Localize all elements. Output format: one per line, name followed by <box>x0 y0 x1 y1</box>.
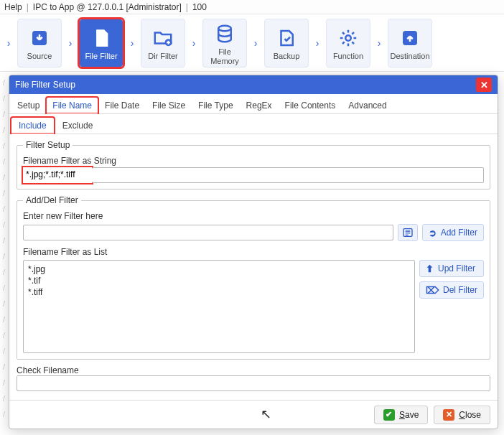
svg-point-2 <box>218 26 231 32</box>
new-filter-input[interactable] <box>23 225 393 240</box>
toolbar-label: Function <box>333 52 363 60</box>
toolbar-backup[interactable]: Backup <box>264 19 309 67</box>
dialog-content: Filter Setup Filename Filter as String A… <box>9 134 498 400</box>
subtabs: Include Exclude <box>9 114 498 134</box>
filter-setup-group: Filter Setup Filename Filter as String <box>17 140 490 190</box>
dialog-title: File Filter Setup <box>15 80 75 90</box>
browse-filter-button[interactable] <box>398 224 418 241</box>
string-label: Filename Filter as String <box>23 156 484 166</box>
list-item[interactable]: *.tiff <box>28 286 410 298</box>
dialog-footer: ↖ ✔ Save ✕ Close <box>9 400 498 429</box>
upd-filter-button[interactable]: ⬆ Upd Filter <box>419 260 484 277</box>
tabs-main: Setup File Name File Date File Size File… <box>9 94 498 114</box>
check-icon: ✔ <box>383 409 395 421</box>
check-filename-label: Check Filename <box>17 365 490 375</box>
upd-filter-label: Upd Filter <box>438 263 475 273</box>
filter-setup-legend: Filter Setup <box>23 140 73 150</box>
arrow-up-icon: ⬆ <box>426 263 434 274</box>
separator: | <box>27 2 29 12</box>
tab-file-size[interactable]: File Size <box>146 97 192 113</box>
close-icon[interactable]: ✕ <box>476 78 492 92</box>
del-filter-label: Del Filter <box>443 285 477 295</box>
cursor-icon: ↖ <box>261 406 271 422</box>
chevron-right-icon: › <box>65 25 76 61</box>
file-filter-icon <box>90 27 112 49</box>
toolbar-label: File Filter <box>85 52 117 60</box>
workflow-toolbar: › Source › File Filter › Dir Filter › Fi… <box>0 14 504 72</box>
menu-help[interactable]: Help <box>4 2 22 12</box>
list-item[interactable]: *.jpg <box>28 263 410 275</box>
toolbar-label: Destination <box>390 52 429 60</box>
toolbar-dir-filter[interactable]: Dir Filter <box>141 19 185 67</box>
list-label: Filename Filter as List <box>23 247 484 257</box>
toolbar-destination[interactable]: Destination <box>388 19 432 67</box>
gear-icon <box>337 27 359 49</box>
tab-file-type[interactable]: File Type <box>192 97 239 113</box>
toolbar-label: Backup <box>274 52 300 60</box>
tab-setup[interactable]: Setup <box>11 97 46 113</box>
toolbar-source[interactable]: Source <box>17 19 62 67</box>
folder-plus-icon <box>152 27 174 49</box>
new-filter-label: Enter new Filter here <box>23 211 484 221</box>
add-del-legend: Add/Del Filter <box>23 195 81 205</box>
tab-file-contents[interactable]: File Contents <box>279 97 342 113</box>
download-icon <box>29 27 50 49</box>
menubar: Help | IPC to App @ 127.0.0.1 [Administr… <box>0 0 504 14</box>
toolbar-label: File Memory <box>203 47 246 65</box>
chevron-right-icon: › <box>250 25 261 61</box>
chevron-right-icon: › <box>312 25 323 61</box>
svg-point-3 <box>345 36 351 42</box>
delete-icon: ⌦ <box>426 285 439 296</box>
menu-count: 100 <box>192 2 207 12</box>
arrow-in-icon: ➲ <box>429 228 437 238</box>
subtab-include[interactable]: Include <box>11 117 55 134</box>
add-del-group: Add/Del Filter Enter new Filter here ➲ A… <box>17 195 490 360</box>
tab-file-name[interactable]: File Name <box>46 97 98 113</box>
list-item[interactable]: *.tif <box>28 275 410 286</box>
tab-regex[interactable]: RegEx <box>240 97 279 113</box>
toolbar-function[interactable]: Function <box>326 19 370 67</box>
add-filter-label: Add Filter <box>441 228 477 238</box>
close-icon: ✕ <box>443 409 454 421</box>
subtab-exclude[interactable]: Exclude <box>55 117 101 134</box>
upload-icon <box>399 27 421 49</box>
toolbar-file-memory[interactable]: File Memory <box>202 19 247 67</box>
chevron-right-icon: › <box>188 25 200 61</box>
toolbar-file-filter[interactable]: File Filter <box>79 19 123 67</box>
tab-advanced[interactable]: Advanced <box>342 97 393 113</box>
toolbar-label: Dir Filter <box>148 52 178 60</box>
file-filter-dialog: File Filter Setup ✕ Setup File Name File… <box>9 75 498 429</box>
menu-context: IPC to App @ 127.0.0.1 [Administrator] <box>33 2 182 12</box>
filter-string-input[interactable] <box>92 167 484 183</box>
chevron-right-icon: › <box>3 25 14 61</box>
filter-string-input-highlight[interactable] <box>23 167 92 182</box>
close-button[interactable]: ✕ Close <box>434 406 490 424</box>
chevron-right-icon: › <box>126 25 138 61</box>
database-icon <box>214 23 235 45</box>
filter-listbox[interactable]: *.jpg *.tif *.tiff <box>23 260 415 353</box>
chevron-right-icon: › <box>373 25 385 61</box>
backup-icon <box>276 27 297 49</box>
save-label: Save <box>399 410 419 420</box>
close-label: Close <box>459 410 481 420</box>
save-button[interactable]: ✔ Save <box>374 406 428 424</box>
check-filename-input[interactable] <box>17 375 490 391</box>
toolbar-label: Source <box>27 52 52 60</box>
tab-file-date[interactable]: File Date <box>98 97 146 113</box>
del-filter-button[interactable]: ⌦ Del Filter <box>419 281 484 299</box>
list-icon <box>402 227 414 238</box>
separator: | <box>186 2 188 12</box>
dialog-titlebar[interactable]: File Filter Setup ✕ <box>9 75 498 94</box>
add-filter-button[interactable]: ➲ Add Filter <box>422 224 484 241</box>
